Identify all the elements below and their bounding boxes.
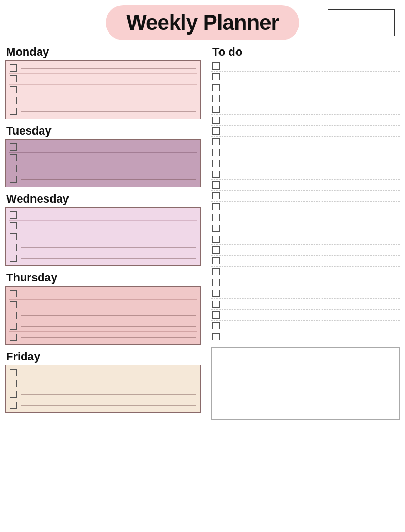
checkbox[interactable] [212, 95, 220, 102]
tuesday-box [5, 139, 201, 187]
line [224, 174, 399, 175]
line [21, 315, 196, 316]
line [21, 247, 196, 248]
line [21, 373, 196, 373]
header: Weekly Planner [0, 0, 405, 45]
line [224, 261, 399, 261]
line [224, 77, 399, 77]
checkbox[interactable] [212, 171, 220, 178]
table-row [9, 289, 197, 300]
table-row [9, 95, 197, 106]
line [224, 98, 399, 99]
wednesday-label: Wednesday [5, 192, 201, 206]
checkbox[interactable] [212, 117, 220, 124]
line [21, 405, 196, 406]
line [224, 239, 399, 240]
checkbox[interactable] [10, 380, 17, 387]
list-item [211, 72, 400, 82]
checkbox[interactable] [10, 290, 17, 297]
tuesday-label: Tuesday [5, 124, 201, 138]
checkbox[interactable] [10, 222, 17, 229]
checkbox[interactable] [10, 165, 17, 172]
checkbox[interactable] [212, 181, 220, 189]
checkbox[interactable] [10, 391, 17, 398]
checkbox[interactable] [212, 203, 220, 210]
checkbox[interactable] [10, 402, 17, 409]
line [224, 250, 399, 251]
checkbox[interactable] [212, 236, 220, 243]
checkbox[interactable] [10, 176, 17, 183]
checkbox[interactable] [10, 108, 17, 115]
checkbox[interactable] [212, 214, 220, 221]
table-row [9, 153, 197, 163]
checkbox[interactable] [10, 334, 17, 341]
checkbox[interactable] [212, 290, 220, 297]
notes-box[interactable] [211, 347, 400, 420]
table-row [9, 106, 197, 117]
checkbox[interactable] [212, 246, 220, 254]
checkbox[interactable] [10, 97, 17, 104]
checkbox[interactable] [212, 149, 220, 156]
checkbox[interactable] [212, 301, 220, 308]
checkbox[interactable] [10, 233, 17, 240]
list-item [211, 321, 400, 331]
line [224, 185, 399, 186]
checkbox[interactable] [212, 84, 220, 91]
line [224, 109, 399, 110]
days-column: Monday Tuesday Wednesday [5, 45, 206, 420]
line [224, 293, 399, 294]
list-item [211, 234, 400, 245]
friday-box [5, 365, 201, 413]
table-row [9, 310, 197, 321]
line [224, 131, 399, 131]
checkbox[interactable] [212, 322, 220, 329]
table-row [9, 242, 197, 253]
line [224, 228, 399, 229]
checkbox[interactable] [10, 312, 17, 319]
table-row [9, 174, 197, 185]
checkbox[interactable] [10, 211, 17, 219]
line [224, 315, 399, 315]
checkbox[interactable] [212, 106, 220, 113]
list-item [211, 191, 400, 202]
checkbox[interactable] [10, 154, 17, 161]
checkbox[interactable] [10, 86, 17, 93]
checkbox[interactable] [10, 75, 17, 82]
line [21, 294, 196, 294]
checkbox[interactable] [212, 225, 220, 232]
line [21, 90, 196, 90]
wednesday-box [5, 207, 201, 266]
checkbox[interactable] [10, 244, 17, 251]
checkbox[interactable] [10, 323, 17, 330]
checkbox[interactable] [212, 192, 220, 200]
checkbox[interactable] [212, 73, 220, 80]
page-title: Weekly Planner [106, 5, 299, 40]
checkbox[interactable] [10, 301, 17, 308]
checkbox[interactable] [10, 64, 17, 72]
monday-label: Monday [5, 45, 201, 59]
checkbox[interactable] [212, 257, 220, 264]
checkbox[interactable] [10, 255, 17, 262]
date-input-box[interactable] [328, 9, 395, 36]
checkbox[interactable] [212, 127, 220, 135]
checkbox[interactable] [212, 279, 220, 286]
line [224, 304, 399, 305]
list-item [211, 299, 400, 310]
checkbox[interactable] [212, 268, 220, 275]
checkbox[interactable] [212, 138, 220, 145]
checkbox[interactable] [10, 369, 17, 376]
checkbox[interactable] [212, 311, 220, 319]
table-row [9, 300, 197, 310]
line [224, 218, 399, 218]
list-item [211, 267, 400, 277]
table-row [9, 321, 197, 332]
checkbox[interactable] [10, 143, 17, 151]
table-row [9, 368, 197, 378]
checkbox[interactable] [212, 62, 220, 70]
table-row [9, 74, 197, 85]
line [21, 384, 196, 384]
list-item [211, 245, 400, 256]
checkbox[interactable] [212, 160, 220, 167]
checkbox[interactable] [212, 333, 220, 340]
wednesday-section: Wednesday [5, 192, 201, 266]
